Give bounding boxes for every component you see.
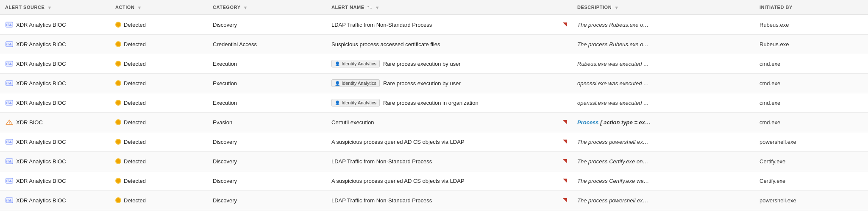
- person-icon: 👤: [335, 81, 340, 86]
- description-text: The process Rubeus.exe o…: [577, 41, 648, 48]
- source-label: XDR Analytics BIOC: [16, 22, 66, 28]
- cell-category: Credential Access: [208, 34, 326, 54]
- description-text: The process Rubeus.exe o…: [577, 22, 648, 28]
- desc-process-link[interactable]: Process: [577, 119, 599, 126]
- table-row[interactable]: XDR Analytics BIOCDetectedDiscoveryLDAP …: [0, 190, 868, 210]
- cell-alert-name: A suspicious process queried AD CS objec…: [326, 171, 572, 190]
- cell-initiated-by: powershell.exe: [754, 132, 868, 151]
- table-row[interactable]: XDR Analytics BIOCDetectedCredential Acc…: [0, 34, 868, 54]
- corner-marker: [563, 22, 567, 27]
- action-label: Detected: [124, 139, 146, 145]
- xdr-analytics-icon: [5, 41, 14, 48]
- action-status-dot: [115, 158, 121, 164]
- cell-action: Detected: [110, 132, 208, 151]
- table-row[interactable]: XDR Analytics BIOCDetectedExecution👤Iden…: [0, 93, 868, 112]
- cell-alert-name: A suspicious process queried AD CS objec…: [326, 132, 572, 151]
- action-status-dot: [115, 80, 121, 86]
- col-header-alertname[interactable]: ALERT NAME ↑↓ ▼: [326, 0, 572, 15]
- cell-source: XDR Analytics BIOC: [0, 15, 110, 34]
- cell-source: XDR Analytics BIOC: [0, 171, 110, 190]
- cell-source: XDR Analytics BIOC: [0, 132, 110, 151]
- col-header-desc[interactable]: DESCRIPTION ▼: [572, 0, 754, 15]
- cell-initiated-by: Certify.exe: [754, 171, 868, 190]
- cell-description: The process Rubeus.exe o…: [572, 15, 754, 34]
- badge-label: Identity Analytics: [342, 81, 376, 86]
- description-text: Process [ action type = ex…: [577, 119, 651, 126]
- cell-alert-name: Certutil execution: [326, 112, 572, 132]
- cell-source: XDR Analytics BIOC: [0, 54, 110, 73]
- description-text: openssl.exe was executed …: [577, 100, 649, 106]
- source-label: XDR Analytics BIOC: [16, 178, 66, 184]
- action-label: Detected: [124, 22, 146, 28]
- filter-icon-desc: ▼: [614, 5, 618, 9]
- xdr-analytics-icon: [5, 99, 14, 106]
- alert-name-text: A suspicious process queried AD CS objec…: [331, 139, 465, 145]
- person-icon: 👤: [335, 101, 340, 105]
- col-header-category[interactable]: CATEGORY ▼: [208, 0, 326, 15]
- alert-name-text: Suspicious process accessed certificate …: [331, 41, 440, 48]
- cell-source: XDR BIOC: [0, 112, 110, 132]
- cell-category: Discovery: [208, 171, 326, 190]
- source-label: XDR Analytics BIOC: [16, 100, 66, 106]
- action-label: Detected: [124, 158, 146, 165]
- xdr-analytics-icon: [5, 177, 14, 184]
- cell-description: The process Certify.exe on…: [572, 151, 754, 171]
- xdr-analytics-icon: [5, 21, 14, 28]
- cell-category: Discovery: [208, 15, 326, 34]
- action-status-dot: [115, 197, 121, 203]
- source-label: XDR Analytics BIOC: [16, 139, 66, 145]
- corner-marker: [563, 179, 567, 183]
- filter-icon-source: ▼: [47, 5, 51, 9]
- col-header-initiated[interactable]: INITIATED BY: [754, 0, 868, 15]
- svg-point-32: [9, 123, 9, 124]
- cell-source: XDR Analytics BIOC: [0, 93, 110, 112]
- alert-name-text: A suspicious process queried AD CS objec…: [331, 178, 465, 184]
- cell-alert-name: 👤Identity AnalyticsRare process executio…: [326, 73, 572, 93]
- cell-action: Detected: [110, 34, 208, 54]
- cell-action: Detected: [110, 93, 208, 112]
- badge-label: Identity Analytics: [342, 100, 376, 105]
- table-row[interactable]: XDR Analytics BIOCDetectedDiscoveryLDAP …: [0, 15, 868, 34]
- alerts-table-wrapper: ALERT SOURCE ▼ ACTION ▼ CATEGORY ▼: [0, 0, 868, 210]
- cell-initiated-by: Certify.exe: [754, 151, 868, 171]
- table-row[interactable]: XDR BIOCDetectedEvasionCertutil executio…: [0, 112, 868, 132]
- action-label: Detected: [124, 119, 146, 126]
- action-label: Detected: [124, 80, 146, 87]
- source-label: XDR Analytics BIOC: [16, 41, 66, 48]
- cell-description: The process Certify.exe wa…: [572, 171, 754, 190]
- cell-category: Evasion: [208, 112, 326, 132]
- cell-alert-name: LDAP Traffic from Non-Standard Process: [326, 15, 572, 34]
- table-row[interactable]: XDR Analytics BIOCDetectedDiscoveryA sus…: [0, 171, 868, 190]
- desc-action-text: [ action type = ex…: [599, 119, 651, 126]
- col-header-action[interactable]: ACTION ▼: [110, 0, 208, 15]
- sort-icon-alertname: ↑↓: [367, 4, 373, 10]
- identity-analytics-badge: 👤Identity Analytics: [331, 99, 380, 106]
- table-body: XDR Analytics BIOCDetectedDiscoveryLDAP …: [0, 15, 868, 210]
- source-label: XDR Analytics BIOC: [16, 61, 66, 67]
- source-label: XDR Analytics BIOC: [16, 80, 66, 87]
- cell-initiated-by: Rubeus.exe: [754, 34, 868, 54]
- cell-source: XDR Analytics BIOC: [0, 73, 110, 93]
- cell-action: Detected: [110, 15, 208, 34]
- cell-initiated-by: cmd.exe: [754, 54, 868, 73]
- table-row[interactable]: XDR Analytics BIOCDetectedDiscoveryLDAP …: [0, 151, 868, 171]
- table-row[interactable]: XDR Analytics BIOCDetectedExecution👤Iden…: [0, 54, 868, 73]
- action-status-dot: [115, 119, 121, 125]
- description-text: openssl.exe was executed …: [577, 80, 649, 87]
- cell-description: Rubeus.exe was executed …: [572, 54, 754, 73]
- cell-category: Execution: [208, 54, 326, 73]
- xdr-analytics-icon: [5, 60, 14, 67]
- alert-name-text: Rare process execution in organization: [383, 100, 479, 106]
- col-header-source[interactable]: ALERT SOURCE ▼: [0, 0, 110, 15]
- badge-label: Identity Analytics: [342, 61, 376, 66]
- table-row[interactable]: XDR Analytics BIOCDetectedDiscoveryA sus…: [0, 132, 868, 151]
- table-row[interactable]: XDR Analytics BIOCDetectedExecution👤Iden…: [0, 73, 868, 93]
- xdr-analytics-icon: [5, 197, 14, 204]
- corner-marker: [563, 140, 567, 144]
- source-label: XDR BIOC: [16, 119, 43, 126]
- filter-icon-action: ▼: [137, 5, 141, 9]
- cell-alert-name: 👤Identity AnalyticsRare process executio…: [326, 54, 572, 73]
- corner-marker: [563, 198, 567, 202]
- cell-initiated-by: cmd.exe: [754, 112, 868, 132]
- xdr-analytics-icon: [5, 158, 14, 165]
